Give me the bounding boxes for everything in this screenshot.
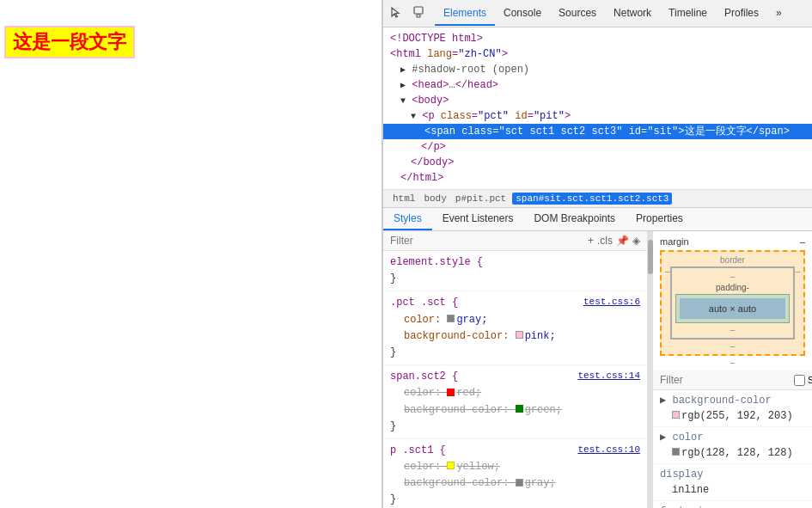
dom-line-body-close: </body> <box>390 155 805 170</box>
computed-filter-bar: Show <box>653 370 812 390</box>
dom-line-head[interactable]: ▶ <head>…</head> <box>390 77 805 93</box>
content-size: auto × auto <box>680 298 786 319</box>
rule-element-style: element.style { } <box>383 251 647 291</box>
breadcrumb-bar: html body p#pit.pct span#sit.sct.sct1.sc… <box>383 190 812 208</box>
rule-pct-sct: test.css:6 .pct .sct { color: gray; back… <box>383 291 647 365</box>
dom-line-doctype: <!DOCTYPE html> <box>390 31 805 46</box>
pin-icon[interactable]: 📌 <box>616 235 629 247</box>
tab-sources[interactable]: Sources <box>550 2 605 26</box>
box-model-panel: margin – border – – <box>653 231 812 508</box>
devtools-panel: Elements Console Sources Network Timelin… <box>382 0 812 508</box>
padding-bottom-minus: – <box>675 325 791 334</box>
cp-expand-bg[interactable]: ▶ <box>660 395 666 407</box>
cp-expand-color[interactable]: ▶ <box>660 431 666 444</box>
main-container: 这是一段文字 Elements Console Sources Network … <box>0 0 812 508</box>
dom-line-span-highlighted[interactable]: <span class="sct sct1 sct2 sct3" id="sit… <box>383 124 812 139</box>
show-inherited-checkbox[interactable]: Show <box>794 375 812 386</box>
svg-rect-1 <box>417 15 420 17</box>
stab-event-listeners[interactable]: Event Listeners <box>432 208 524 230</box>
computed-filter-input[interactable] <box>660 374 789 386</box>
computed-prop-font-size: font-size 24px <box>653 501 812 508</box>
css-rules-panel: + .cls 📌 ◈ element.style { } test.css:6 … <box>383 231 648 508</box>
outer-minus: – <box>660 358 805 367</box>
rule-source-1[interactable]: test.css:6 <box>583 295 640 310</box>
rule-p-sct1: test.css:10 p .sct1 { color: yellow; bac… <box>383 439 647 508</box>
computed-prop-display: display inline <box>653 464 812 501</box>
styles-sub-tabs: Styles Event Listeners DOM Breakpoints P… <box>383 208 812 231</box>
devtools-tab-bar: Elements Console Sources Network Timelin… <box>383 0 812 28</box>
styles-content: + .cls 📌 ◈ element.style { } test.css:6 … <box>383 231 812 508</box>
device-icon[interactable] <box>409 4 428 22</box>
cursor-icon[interactable] <box>387 4 406 22</box>
border-label: border <box>665 255 800 265</box>
svg-rect-0 <box>414 7 423 14</box>
computed-prop-color: ▶ color rgb(128, 128, 128) <box>653 427 812 464</box>
computed-prop-bg-color: ▶ background-color rgb(255, 192, 203) <box>653 390 812 427</box>
margin-minus: – <box>800 236 805 247</box>
rule-span-sct2: test.css:14 span.sct2 { color: red; back… <box>383 365 647 439</box>
padding-label: padding- <box>675 283 791 292</box>
border-bottom-minus: – <box>665 341 800 351</box>
breadcrumb-html[interactable]: html <box>390 193 418 205</box>
filter-input[interactable] <box>390 235 583 247</box>
tab-console[interactable]: Console <box>495 2 550 26</box>
rule-source-2[interactable]: test.css:14 <box>577 369 640 384</box>
filter-icons: + .cls 📌 ◈ <box>588 235 640 247</box>
settings-icon[interactable]: ◈ <box>632 235 640 247</box>
tab-timeline[interactable]: Timeline <box>660 2 716 26</box>
add-style-icon[interactable]: + <box>588 235 594 247</box>
border-minus-label: – <box>675 272 791 281</box>
dom-line-body[interactable]: ▼ <body> <box>390 93 805 108</box>
margin-label: margin <box>660 236 689 247</box>
dom-line-html: <html lang="zh-CN"> <box>390 46 805 62</box>
computed-props-list: ▶ background-color rgb(255, 192, 203) ▶ … <box>653 390 812 508</box>
show-label: Show <box>808 375 812 385</box>
dom-line-p[interactable]: ▼ <p class="pct" id="pit"> <box>390 108 805 124</box>
stab-properties[interactable]: Properties <box>626 208 693 230</box>
tab-more[interactable]: » <box>767 2 791 26</box>
breadcrumb-span[interactable]: span#sit.sct.sct1.sct2.sct3 <box>512 193 672 205</box>
stab-dom-breakpoints[interactable]: DOM Breakpoints <box>523 208 626 230</box>
webpage-preview: 这是一段文字 <box>0 0 382 508</box>
breadcrumb-p[interactable]: p#pit.pct <box>453 193 509 205</box>
tab-network[interactable]: Network <box>605 2 660 26</box>
rule-source-3[interactable]: test.css:10 <box>577 443 640 458</box>
breadcrumb-body[interactable]: body <box>421 193 449 205</box>
tab-elements[interactable]: Elements <box>435 2 495 26</box>
cls-icon[interactable]: .cls <box>597 235 613 247</box>
webpage-text: 这是一段文字 <box>4 26 135 58</box>
dom-line-p-close: </p> <box>390 139 805 155</box>
show-checkbox-input[interactable] <box>794 375 805 386</box>
tab-profiles[interactable]: Profiles <box>716 2 767 26</box>
dom-line-shadow[interactable]: ▶ #shadow-root (open) <box>390 62 805 77</box>
filter-bar: + .cls 📌 ◈ <box>383 231 647 251</box>
dom-tree: <!DOCTYPE html> <html lang="zh-CN"> ▶ #s… <box>383 28 812 190</box>
stab-styles[interactable]: Styles <box>383 208 432 230</box>
dom-line-html-close: </html> <box>390 170 805 186</box>
